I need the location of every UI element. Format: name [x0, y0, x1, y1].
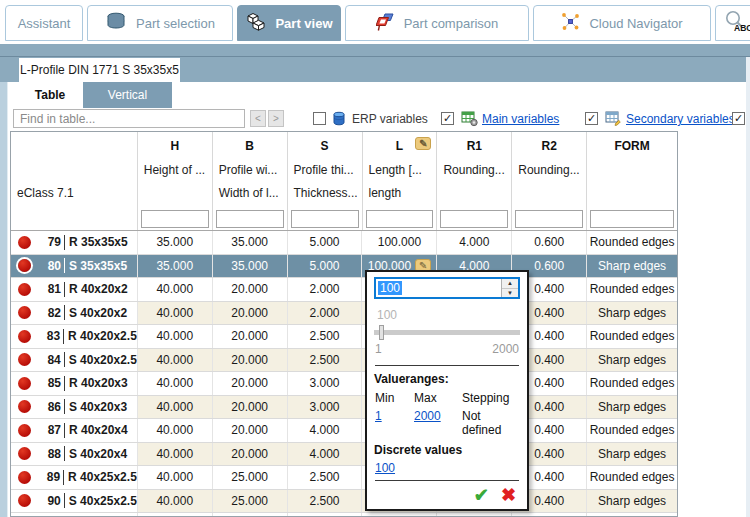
- cell-H: 40.000: [138, 396, 213, 419]
- table-row[interactable]: 82 S 40x20x2 40.000 20.000 2.000 ✎ 0.400…: [11, 302, 677, 326]
- erp-variables-label: ERP variables: [352, 112, 428, 126]
- cell-B: 35.000: [213, 231, 288, 254]
- part-name-cell: 86 S 40x20x3: [11, 396, 138, 419]
- table-row[interactable]: 90 S 40x25x2.5 40.000 25.000 2.500 ✎ 0.4…: [11, 490, 677, 514]
- main-variables-checkbox[interactable]: ✓: [441, 112, 454, 125]
- status-dot-icon: [18, 283, 31, 296]
- column-filter-input[interactable]: [366, 210, 434, 228]
- cell-B: 20.000: [213, 372, 288, 395]
- secondary-variables-checkbox[interactable]: ✓: [585, 112, 598, 125]
- table-row[interactable]: 79 R 35x35x5 35.000 35.000 5.000 100.000…: [11, 231, 677, 255]
- part-name-cell: 79 R 35x35x5: [11, 231, 138, 254]
- column-filter-input[interactable]: [515, 210, 583, 228]
- cell-S: 2.500: [288, 325, 363, 348]
- row-number: 85: [37, 376, 61, 390]
- table-row[interactable]: 86 S 40x20x3 40.000 20.000 3.000 ✎ 0.400…: [11, 396, 677, 420]
- tab-part-view[interactable]: Part view: [237, 5, 341, 41]
- row-number: 89: [37, 470, 60, 484]
- stepping-value: Not defined: [462, 409, 520, 437]
- column-filter-input[interactable]: [291, 210, 359, 228]
- tab-table-view[interactable]: Table: [19, 82, 81, 108]
- column-header-R2[interactable]: R2 Rounding...: [512, 132, 587, 230]
- min-value-link[interactable]: 1: [375, 409, 414, 437]
- value-spinbox[interactable]: 100 ▲ ▼: [374, 277, 520, 299]
- table-row[interactable]: 81 R 40x20x2 40.000 20.000 2.000 ✎ 0.400…: [11, 278, 677, 302]
- tab-part-selection[interactable]: Part selection: [87, 5, 233, 41]
- find-next-button[interactable]: >: [268, 110, 284, 127]
- value-input-text[interactable]: 100: [378, 281, 402, 295]
- row-number: 84: [37, 353, 61, 367]
- tab-assistant[interactable]: Assistant: [5, 5, 83, 41]
- part-name-cell: 85 R 40x20x3: [11, 372, 138, 395]
- cell-FORM: Rounded edges: [587, 325, 677, 348]
- value-slider[interactable]: [374, 324, 520, 340]
- cell-FORM: Sharp edges: [587, 302, 677, 325]
- cell-H: 40.000: [138, 325, 213, 348]
- edit-pencil-icon[interactable]: ✎: [415, 137, 431, 150]
- max-value-link[interactable]: 2000: [414, 409, 462, 437]
- column-filter-input[interactable]: [440, 210, 508, 228]
- main-variables-link[interactable]: Main variables: [482, 112, 559, 126]
- popup-divider: [375, 480, 519, 481]
- column-header-L[interactable]: L ✎ Length [... length: [363, 132, 438, 230]
- column-header-S[interactable]: S Profile thi... Thickness...: [288, 132, 363, 230]
- part-name: R 40x20x3: [69, 376, 128, 390]
- status-dot-icon: [18, 353, 31, 366]
- find-previous-button[interactable]: <: [250, 110, 266, 127]
- column-filter-input[interactable]: [590, 210, 674, 228]
- column-filter-input[interactable]: [216, 210, 284, 228]
- column-header-name: eClass 7.1: [11, 132, 138, 230]
- part-name-cell: 80 S 35x35x5: [11, 255, 138, 278]
- valueranges-title: Valueranges:: [374, 372, 520, 386]
- row-separator: [63, 470, 64, 485]
- table-row[interactable]: 88 S 40x20x4 40.000 20.000 4.000 ✎ 0.400…: [11, 443, 677, 467]
- cell-H: 40.000: [138, 278, 213, 301]
- accept-button[interactable]: ✔: [474, 485, 489, 505]
- cell-FORM: Rounded edges: [587, 278, 677, 301]
- tab-vertical-view[interactable]: Vertical: [83, 82, 172, 108]
- spin-down-button[interactable]: ▼: [502, 289, 518, 298]
- cell-B: 20.000: [213, 325, 288, 348]
- table-header: eClass 7.1 H Height of ... B Profile wi.…: [11, 132, 677, 231]
- column-header-R1[interactable]: R1 Rounding...: [437, 132, 512, 230]
- find-in-table-input[interactable]: [13, 109, 245, 128]
- table-row[interactable]: 84 S 40x20x2.5 40.000 20.000 2.500 ✎ 0.4…: [11, 349, 677, 373]
- tab-fulltext-search[interactable]: ABC: [715, 5, 750, 41]
- column-filter-input[interactable]: [141, 210, 209, 228]
- erp-variables-checkbox[interactable]: [313, 112, 326, 125]
- cell-S: 3.000: [288, 372, 363, 395]
- row-separator: [64, 305, 65, 320]
- table-row[interactable]: 83 R 40x20x2.5 40.000 20.000 2.500 ✎ 0.4…: [11, 325, 677, 349]
- part-name: S 40x20x2: [69, 306, 127, 320]
- partial-row: [11, 513, 677, 516]
- spin-up-button[interactable]: ▲: [502, 279, 518, 289]
- erp-database-icon: [331, 110, 348, 127]
- row-separator: [64, 423, 65, 438]
- part-name: R 35x35x5: [69, 235, 128, 249]
- tab-part-comparison[interactable]: Part comparison: [345, 5, 529, 41]
- part-document-tab[interactable]: L-Profile DIN 1771 S 35x35x5: [19, 58, 180, 82]
- column-header-FORM[interactable]: FORM: [587, 132, 677, 230]
- discrete-value-link[interactable]: 100: [375, 461, 520, 475]
- part-name-cell: 87 R 40x20x4: [11, 419, 138, 442]
- value-edit-popup: 100 ▲ ▼ 100 1 2000 Valueranges: Min Max …: [365, 270, 529, 511]
- column-header-H[interactable]: H Height of ...: [138, 132, 213, 230]
- slider-track[interactable]: [374, 330, 520, 335]
- cell-H: 40.000: [138, 302, 213, 325]
- slider-current-value: 100: [377, 308, 520, 322]
- slider-handle[interactable]: [379, 325, 384, 340]
- table-row[interactable]: 80 S 35x35x5 35.000 35.000 5.000 100.000…: [11, 255, 677, 279]
- cancel-button[interactable]: ✖: [501, 485, 516, 505]
- table-row[interactable]: 87 R 40x20x4 40.000 20.000 4.000 ✎ 0.400…: [11, 419, 677, 443]
- row-number: 81: [37, 282, 61, 296]
- secondary-variables-link[interactable]: Secondary variables: [626, 112, 735, 126]
- tab-cloud-navigator[interactable]: Cloud Navigator: [533, 5, 711, 41]
- table-row[interactable]: 85 R 40x20x3 40.000 20.000 3.000 ✎ 0.400…: [11, 372, 677, 396]
- cell-FORM: Sharp edges: [587, 396, 677, 419]
- column-header-B[interactable]: B Profile wi... Width of l...: [213, 132, 288, 230]
- extra-variables-checkbox[interactable]: ✓: [732, 112, 745, 125]
- cell-S: 4.000: [288, 419, 363, 442]
- row-separator: [64, 352, 65, 367]
- table-row[interactable]: 89 R 40x25x2.5 40.000 25.000 2.500 ✎ 0.4…: [11, 466, 677, 490]
- cell-FORM: Sharp edges: [587, 255, 677, 278]
